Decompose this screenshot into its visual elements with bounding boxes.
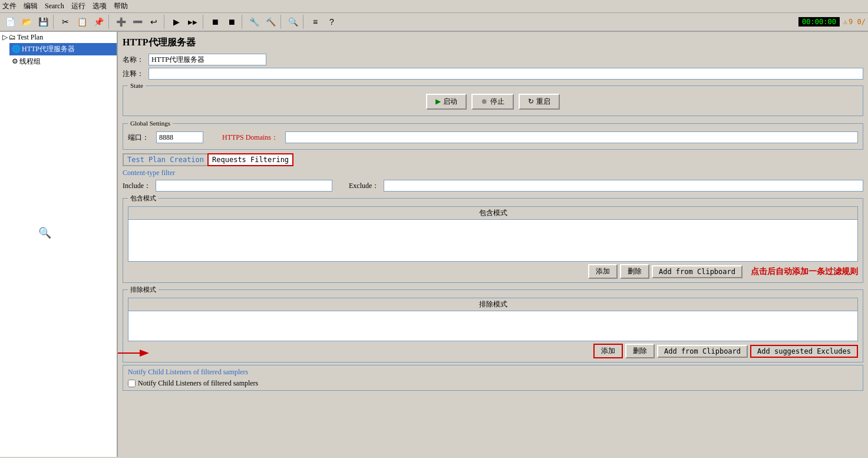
stop-now-button[interactable]: ⏹ xyxy=(224,14,239,29)
right-panel: HTTP代理服务器 名称： 注释： State ▶ 启动 ⏺ 停止 xyxy=(118,32,868,457)
menu-file[interactable]: 文件 xyxy=(2,1,16,11)
content-type-label: Content-type filter xyxy=(123,169,175,177)
include-clipboard-button[interactable]: Add from Clipboard xyxy=(652,265,742,278)
include-add-button[interactable]: 添加 xyxy=(588,264,618,279)
name-label: 名称： xyxy=(123,55,146,65)
tabs-row: Test Plan Creation Requests Filtering xyxy=(123,153,863,166)
include-delete-button[interactable]: 删除 xyxy=(620,264,649,279)
clear-button[interactable]: 🔧 xyxy=(246,14,262,29)
separator4 xyxy=(203,15,205,29)
help-button[interactable]: ? xyxy=(324,14,339,29)
page-title: HTTP代理服务器 xyxy=(123,37,863,49)
global-settings-fieldset: Global Settings 端口： HTTPS Domains： xyxy=(123,120,863,150)
name-row: 名称： xyxy=(123,54,863,65)
annotation-arrow1-text: 点击后自动添加一条过滤规则 xyxy=(751,266,858,277)
broom-button[interactable]: 🔨 xyxy=(263,14,278,29)
include-table-body xyxy=(128,220,857,261)
start-label: 启动 xyxy=(443,97,457,107)
toolbar-right: 00:00:00 ⚠ 9 0/ xyxy=(798,17,866,27)
add-button[interactable]: ➕ xyxy=(113,14,128,29)
toolbar: 📄 📂 💾 ✂ 📋 📌 ➕ ➖ ↩ ▶ ▶▶ ⏹ ⏹ 🔧 🔨 🔍 ≡ ? 00:… xyxy=(0,13,868,32)
tree-item-threadgroup[interactable]: ⚙ 线程组 xyxy=(9,55,117,68)
port-input[interactable] xyxy=(156,131,203,143)
include-mode-fieldset: 包含模式 包含模式 添加 删除 Add from Clipboard 点击后自动… xyxy=(123,194,863,283)
undo-button[interactable]: ↩ xyxy=(146,14,161,29)
name-input[interactable] xyxy=(148,54,266,65)
play-icon: ▶ xyxy=(435,97,441,106)
stop-button[interactable]: ⏹ xyxy=(207,14,223,29)
play-button[interactable]: ▶ xyxy=(169,14,184,29)
comment-row: 注释： xyxy=(123,68,863,80)
tree-root-icon: 🗂 xyxy=(9,33,16,42)
exclude-add-button[interactable]: 添加 xyxy=(593,344,623,358)
threadgroup-icon: ⚙ xyxy=(12,57,18,66)
separator3 xyxy=(164,15,166,29)
list-button[interactable]: ≡ xyxy=(308,14,323,29)
menubar: 文件 编辑 Search 运行 选项 帮助 xyxy=(0,0,868,13)
play-no-pause-button[interactable]: ▶▶ xyxy=(185,14,200,29)
left-panel: ▷ 🗂 Test Plan 🌐 HTTP代理服务器 ⚙ 线程组 🔍 xyxy=(0,32,118,457)
exclude-mode-fieldset: 排除模式 排除模式 添加 删除 Add from Clipboard Add s… xyxy=(123,285,863,363)
global-settings-row: 端口： HTTPS Domains： xyxy=(128,131,858,143)
new-button[interactable]: 📄 xyxy=(2,14,18,29)
stop-label: 停止 xyxy=(490,97,504,107)
notify-checkbox-row: Notify Child Listeners of filtered sampl… xyxy=(128,379,858,388)
tab-test-plan[interactable]: Test Plan Creation xyxy=(123,153,207,166)
open-button[interactable]: 📂 xyxy=(19,14,34,29)
notify-checkbox[interactable] xyxy=(128,380,136,387)
add-suggested-excludes-button[interactable]: Add suggested Excludes xyxy=(750,345,858,358)
tab-requests-filtering[interactable]: Requests Filtering xyxy=(207,153,293,166)
menu-edit[interactable]: 编辑 xyxy=(24,1,38,11)
include-table-header: 包含模式 xyxy=(128,207,857,220)
search-button[interactable]: 🔍 xyxy=(285,14,301,29)
port-label: 端口： xyxy=(128,133,149,143)
cut-button[interactable]: ✂ xyxy=(58,14,73,29)
tree-root[interactable]: ▷ 🗂 Test Plan xyxy=(0,32,117,43)
separator2 xyxy=(108,15,111,29)
warning-badge: ⚠ 9 0/ xyxy=(843,18,866,26)
proxy-icon: 🌐 xyxy=(12,45,21,54)
separator5 xyxy=(242,15,244,29)
exclude-mode-legend: 排除模式 xyxy=(128,285,159,294)
include-mode-legend: 包含模式 xyxy=(128,194,159,203)
content-type-row: Content-type filter xyxy=(123,169,863,177)
stop-state-button[interactable]: ⏺ 停止 xyxy=(471,94,514,110)
exclude-table-header: 排除模式 xyxy=(128,298,857,311)
exclude-label: Exclude： xyxy=(349,181,379,191)
restart-icon: ↻ xyxy=(528,97,534,106)
menu-help[interactable]: 帮助 xyxy=(114,1,128,11)
menu-options[interactable]: 选项 xyxy=(93,1,107,11)
restart-button[interactable]: ↻ 重启 xyxy=(519,94,560,110)
state-fieldset: State ▶ 启动 ⏺ 停止 ↻ 重启 xyxy=(123,82,863,116)
notify-section: Notify Child Listeners of filtered sampl… xyxy=(123,365,863,391)
exclude-table-body xyxy=(128,311,857,341)
exclude-table: 排除模式 xyxy=(128,298,858,341)
https-input[interactable] xyxy=(285,131,858,143)
main-layout: ▷ 🗂 Test Plan 🌐 HTTP代理服务器 ⚙ 线程组 🔍 HTTP代理… xyxy=(0,32,868,457)
comment-label: 注释： xyxy=(123,69,146,79)
restart-label: 重启 xyxy=(536,97,550,107)
menu-search[interactable]: Search xyxy=(45,2,64,11)
start-button[interactable]: ▶ 启动 xyxy=(426,94,467,110)
include-buttons-row: 添加 删除 Add from Clipboard 点击后自动添加一条过滤规则 xyxy=(128,264,858,279)
separator1 xyxy=(53,15,55,29)
paste-button[interactable]: 📌 xyxy=(91,14,106,29)
comment-input[interactable] xyxy=(148,68,863,80)
tree-item-proxy[interactable]: 🌐 HTTP代理服务器 xyxy=(9,43,117,55)
remove-button[interactable]: ➖ xyxy=(130,14,145,29)
menu-run[interactable]: 运行 xyxy=(71,1,85,11)
exclude-clipboard-button[interactable]: Add from Clipboard xyxy=(657,345,748,358)
save-button[interactable]: 💾 xyxy=(35,14,51,29)
time-display: 00:00:00 xyxy=(798,17,840,27)
exclude-delete-button[interactable]: 删除 xyxy=(625,344,655,358)
warning-count: 9 0/ xyxy=(849,18,866,26)
separator6 xyxy=(280,15,283,29)
zoom-icon: 🔍 xyxy=(38,226,51,239)
exclude-input[interactable] xyxy=(384,180,863,192)
copy-button[interactable]: 📋 xyxy=(74,14,90,29)
state-legend: State xyxy=(128,82,146,89)
warning-icon: ⚠ xyxy=(843,18,847,26)
include-input[interactable] xyxy=(156,180,332,192)
https-label: HTTPS Domains： xyxy=(222,133,278,143)
tree-expand-icon: ▷ xyxy=(2,33,8,42)
